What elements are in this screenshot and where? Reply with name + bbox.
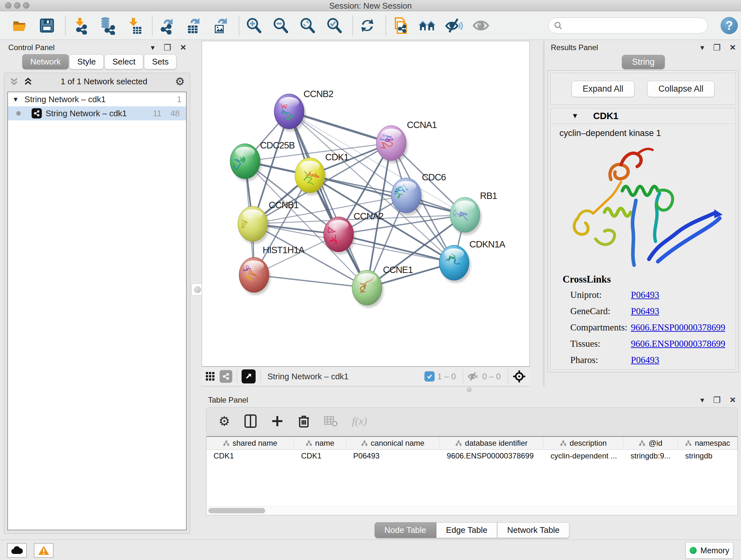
table-cell[interactable]: cyclin-dependent ...: [543, 451, 623, 460]
center-view-icon[interactable]: [513, 370, 526, 383]
panel-close-icon[interactable]: ✕: [730, 44, 736, 51]
collapse-all-button[interactable]: Collapse All: [647, 81, 715, 97]
tab-sets[interactable]: Sets: [144, 54, 177, 69]
import-network-file-icon[interactable]: [71, 16, 89, 35]
table-row[interactable]: CDK1CDK1P064939606.ENSP00000378699cyclin…: [206, 450, 738, 462]
panel-menu-icon[interactable]: ▾: [700, 396, 704, 404]
collapse-all-icon[interactable]: [9, 77, 19, 86]
delete-column-trash-icon[interactable]: [298, 414, 310, 428]
tab-node-table[interactable]: Node Table: [375, 522, 436, 538]
clone-network-icon[interactable]: [391, 16, 410, 35]
network-collection-row[interactable]: ▼ String Network – cdk1 1: [8, 92, 186, 106]
panel-close-icon[interactable]: ✕: [730, 396, 736, 404]
gene-section-header[interactable]: ▼ CDK1: [550, 108, 736, 124]
network-node[interactable]: CDC6: [390, 172, 446, 215]
import-network-database-icon[interactable]: [98, 16, 116, 35]
zoom-out-icon[interactable]: [271, 16, 290, 35]
column-header-description[interactable]: description: [543, 437, 623, 449]
tab-style[interactable]: Style: [69, 54, 104, 69]
column-header--id[interactable]: @id: [623, 437, 678, 449]
panel-menu-icon[interactable]: ▾: [700, 44, 704, 51]
string-home-icon[interactable]: [418, 16, 436, 35]
cloud-button[interactable]: [7, 543, 27, 558]
network-collection-label: String Network – cdk1: [24, 95, 106, 105]
scrollbar-thumb[interactable]: [208, 508, 265, 513]
column-header-canonical-name[interactable]: canonical name: [346, 437, 440, 449]
show-columns-icon[interactable]: [244, 414, 257, 428]
table-settings-gear-icon[interactable]: ⚙: [219, 414, 230, 428]
table-cell[interactable]: CDK1: [294, 451, 346, 460]
table-cell[interactable]: stringdb:9...: [623, 451, 678, 460]
import-table-file-icon[interactable]: [125, 16, 143, 35]
network-edge[interactable]: [254, 275, 367, 288]
expand-all-icon[interactable]: [23, 77, 33, 86]
column-header-shared-name[interactable]: shared name: [206, 437, 294, 449]
panel-float-icon[interactable]: ❐: [713, 44, 721, 52]
window-title: Session: New Session: [0, 1, 741, 11]
zoom-in-icon[interactable]: [245, 16, 263, 35]
crosslink-link[interactable]: P06493: [631, 355, 659, 365]
birdseye-view-icon[interactable]: [242, 369, 256, 383]
crosslink-link[interactable]: 9606.ENSP00000378699: [631, 322, 725, 333]
column-header-name[interactable]: name: [294, 437, 346, 449]
network-node[interactable]: CDK1: [295, 152, 348, 195]
table-horizontal-scrollbar[interactable]: [206, 506, 738, 515]
crosslink-link[interactable]: 9606.ENSP00000378699: [631, 338, 725, 349]
node-table[interactable]: shared namenamecanonical namedatabase id…: [206, 436, 738, 515]
selected-checkbox-icon[interactable]: [424, 371, 434, 381]
export-table-icon[interactable]: [185, 16, 203, 35]
network-selection-status: 1 of 1 Network selected: [33, 77, 175, 86]
export-image-icon[interactable]: [211, 16, 230, 35]
search-input[interactable]: [562, 21, 698, 30]
table-cell[interactable]: CDK1: [206, 451, 294, 460]
export-network-icon[interactable]: [158, 16, 176, 35]
warning-button[interactable]: [34, 543, 54, 558]
panel-float-icon[interactable]: ❐: [164, 44, 171, 52]
section-expander-icon[interactable]: ▼: [571, 112, 579, 120]
table-cell[interactable]: 9606.ENSP00000378699: [440, 451, 543, 460]
panel-float-icon[interactable]: ❐: [713, 396, 721, 404]
network-canvas[interactable]: CCNB2CCNA1CDC25BCDK1CDC6RB1CCNB1CCNA2CDK…: [202, 41, 530, 367]
network-share-icon[interactable]: [219, 370, 232, 383]
network-node[interactable]: CDKN1A: [439, 239, 506, 283]
crosslink-link[interactable]: P06493: [631, 306, 659, 316]
table-cell[interactable]: P06493: [346, 451, 440, 460]
save-session-icon[interactable]: [38, 16, 56, 35]
tab-network-table[interactable]: Network Table: [497, 522, 569, 538]
zoom-fit-icon[interactable]: [298, 16, 317, 35]
horizontal-splitter-handle[interactable]: [467, 387, 472, 392]
panel-close-icon[interactable]: ✕: [180, 44, 186, 51]
column-header-database-identifier[interactable]: database identifier: [440, 437, 543, 449]
table-cell[interactable]: stringdb: [678, 451, 738, 460]
network-edge[interactable]: [289, 111, 367, 288]
panel-menu-icon[interactable]: ▾: [151, 44, 155, 51]
open-session-icon[interactable]: [11, 16, 29, 35]
refresh-view-icon[interactable]: [358, 16, 377, 35]
table-panel-title: Table Panel: [208, 395, 248, 405]
control-panel: Control Panel ▾ ❐ ✕ Network Style Select…: [3, 41, 192, 534]
network-node[interactable]: HIST1H1A: [239, 245, 305, 295]
gear-icon[interactable]: ⚙: [175, 75, 185, 88]
tab-string[interactable]: String: [622, 55, 665, 69]
memory-button[interactable]: Memory: [685, 542, 733, 559]
zoom-selected-icon[interactable]: [325, 16, 343, 35]
network-row-selected[interactable]: String Network – cdk1 11 48: [8, 106, 186, 120]
tree-expander-icon[interactable]: ▼: [12, 96, 19, 103]
network-node[interactable]: CCNE1: [352, 265, 413, 308]
network-node[interactable]: RB1: [450, 191, 497, 235]
help-icon[interactable]: ?: [721, 17, 738, 34]
crosslink-link[interactable]: P06493: [631, 290, 659, 300]
network-graph[interactable]: CCNB2CCNA1CDC25BCDK1CDC6RB1CCNB1CCNA2CDK…: [202, 41, 529, 366]
network-node[interactable]: CCNA1: [376, 120, 436, 163]
hide-eye-icon[interactable]: [445, 16, 463, 35]
tab-edge-table[interactable]: Edge Table: [436, 522, 497, 538]
column-header-label: namespac: [695, 439, 730, 448]
grid-view-icon[interactable]: [205, 372, 215, 381]
tab-network[interactable]: Network: [22, 54, 69, 69]
expand-all-button[interactable]: Expand All: [571, 81, 635, 97]
control-panel-title: Control Panel: [8, 43, 55, 52]
column-header-namespac[interactable]: namespac: [678, 437, 738, 449]
add-column-icon[interactable]: [271, 415, 284, 428]
tab-select[interactable]: Select: [105, 54, 143, 69]
show-eye-icon[interactable]: [472, 16, 490, 35]
